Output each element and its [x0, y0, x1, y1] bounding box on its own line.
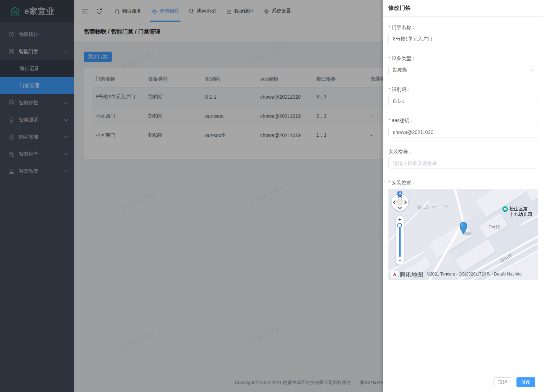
field-access-name: *门禁名称：: [388, 24, 538, 44]
device-type-value: 凯帕斯: [393, 67, 408, 73]
required-asterisk: *: [388, 55, 390, 61]
pan-center-button[interactable]: [396, 199, 403, 206]
field-label: 识别码：: [392, 86, 411, 92]
poi-label-line1: 松山区第: [509, 206, 532, 212]
field-label: 设备类型：: [392, 55, 416, 61]
field-label: 安装位置：: [392, 180, 416, 185]
zoom-slider-thumb[interactable]: [397, 223, 402, 228]
drawer-title: 修改门禁: [388, 5, 411, 12]
map-road: [454, 189, 464, 223]
field-identifier: *识别码：: [388, 86, 538, 106]
access-name-input[interactable]: [388, 34, 538, 44]
zoom-out-button[interactable]: −: [396, 258, 404, 264]
field-label: 门禁名称：: [392, 24, 416, 30]
field-label: 安装楼栋：: [388, 149, 413, 154]
location-pin-icon[interactable]: [459, 221, 468, 235]
field-building: 安装楼栋：: [388, 149, 538, 168]
map-label-building7: 7号楼: [489, 224, 500, 230]
drawer-header: 修改门禁: [383, 0, 543, 17]
map-label-estate: 春城·天一府: [417, 204, 449, 211]
pan-right-icon[interactable]: [403, 200, 407, 204]
zoom-track[interactable]: [399, 226, 401, 257]
aes-key-input[interactable]: [388, 127, 538, 137]
location-map[interactable]: 春城·天一府 7号楼 燕山街 松山区第 十九幼儿园: [388, 189, 538, 280]
device-type-select[interactable]: 凯帕斯: [388, 65, 538, 75]
required-asterisk: *: [388, 118, 390, 123]
building-input[interactable]: [388, 158, 538, 168]
zoom-in-button[interactable]: +: [396, 217, 404, 223]
field-label: aes秘钥：: [392, 118, 414, 123]
cancel-button[interactable]: 取消: [493, 377, 512, 387]
field-aes-key: *aes秘钥：: [388, 118, 538, 137]
tencent-compass-icon: [391, 271, 398, 278]
drawer-form: *门禁名称： *设备类型： 凯帕斯 *识别码： *aes秘钥：: [383, 17, 543, 373]
required-asterisk: *: [388, 86, 390, 92]
kindergarten-icon: [502, 206, 508, 212]
map-poi-kindergarten: 松山区第 十九幼儿园: [502, 206, 532, 217]
identifier-input[interactable]: [388, 96, 538, 106]
north-badge: 北: [397, 191, 402, 196]
field-install-location: *安装位置：: [388, 180, 538, 280]
submit-button[interactable]: 修改: [516, 377, 535, 387]
map-attribution: ©2021 Tencent - GS(2020)1720号 - Data© Na…: [427, 271, 522, 277]
edit-access-drawer: 修改门禁 *门禁名称： *设备类型： 凯帕斯 *识别码：: [383, 0, 543, 392]
map-brand-text: 腾讯地图: [400, 271, 423, 279]
drawer-footer: 取消 修改: [383, 373, 543, 392]
map-pan-control[interactable]: [392, 194, 408, 211]
map-brand: 腾讯地图: [391, 271, 423, 279]
chevron-down-icon: [529, 67, 533, 71]
pan-down-icon[interactable]: [398, 205, 402, 209]
map-zoom-control: + −: [396, 216, 404, 265]
field-device-type: *设备类型： 凯帕斯: [388, 55, 538, 75]
poi-label-line2: 十九幼儿园: [509, 212, 532, 217]
required-asterisk: *: [388, 24, 390, 30]
required-asterisk: *: [388, 180, 390, 185]
